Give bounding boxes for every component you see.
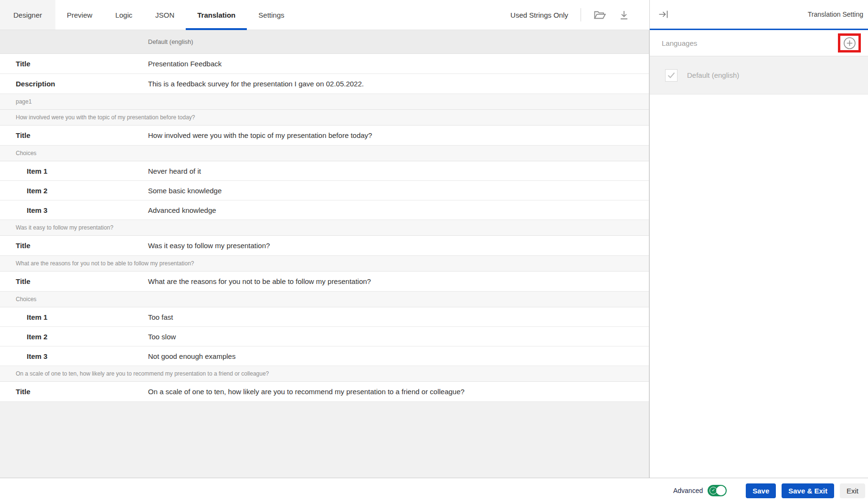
row-value[interactable]: Not good enough examples bbox=[148, 352, 649, 360]
row-label: Title bbox=[0, 241, 148, 250]
row-label: Title bbox=[0, 131, 148, 139]
languages-row: Languages bbox=[650, 30, 868, 56]
plus-circle-icon bbox=[843, 37, 856, 50]
panel-header: Translation Setting bbox=[650, 0, 868, 30]
table-row: Item 3 Advanced knowledge bbox=[0, 200, 649, 220]
tab-logic[interactable]: Logic bbox=[104, 0, 144, 30]
group-label: What are the reasons for you not to be a… bbox=[0, 260, 194, 267]
row-value[interactable]: On a scale of one to ten, how likely are… bbox=[148, 388, 649, 396]
group-label: Was it easy to follow my presentation? bbox=[0, 224, 113, 231]
row-label: Item 3 bbox=[0, 206, 148, 214]
tab-designer[interactable]: Designer bbox=[0, 0, 55, 30]
save-button[interactable]: Save bbox=[746, 483, 776, 498]
save-exit-button[interactable]: Save & Exit bbox=[782, 483, 834, 498]
open-folder-icon bbox=[593, 10, 606, 21]
default-language-label: Default (english) bbox=[687, 71, 739, 79]
row-label: Title bbox=[0, 388, 148, 396]
row-value[interactable]: Was it easy to follow my presentation? bbox=[148, 241, 649, 250]
table-row: Title On a scale of one to ten, how like… bbox=[0, 382, 649, 402]
row-label: Item 2 bbox=[0, 187, 148, 195]
group-label: Choices bbox=[0, 150, 36, 157]
default-language-checkbox[interactable] bbox=[665, 69, 677, 82]
table-group-row: On a scale of one to ten, how likely are… bbox=[0, 366, 649, 382]
group-label: Choices bbox=[0, 296, 36, 303]
table-group-row: Choices bbox=[0, 292, 649, 307]
collapse-panel-button[interactable] bbox=[658, 10, 669, 19]
translation-toolbar: Used Strings Only bbox=[510, 0, 649, 30]
table-row: Title Presentation Feedback bbox=[0, 54, 649, 74]
translation-settings-panel: Translation Setting Languages Default (e… bbox=[649, 0, 868, 478]
languages-label: Languages bbox=[662, 39, 697, 47]
language-column-header: Default (english) bbox=[0, 38, 193, 45]
advanced-toggle[interactable]: ✓ bbox=[708, 485, 727, 496]
tab-settings[interactable]: Settings bbox=[247, 0, 296, 30]
import-button[interactable] bbox=[593, 10, 606, 21]
add-language-button[interactable] bbox=[843, 37, 856, 50]
table-group-row: What are the reasons for you not to be a… bbox=[0, 256, 649, 272]
table-row: Item 2 Some basic knowledge bbox=[0, 181, 649, 200]
collapse-panel-icon bbox=[658, 10, 669, 19]
group-label: On a scale of one to ten, how likely are… bbox=[0, 370, 269, 377]
tab-preview[interactable]: Preview bbox=[55, 0, 104, 30]
table-group-row: Was it easy to follow my presentation? bbox=[0, 220, 649, 236]
table-row: Item 1 Never heard of it bbox=[0, 161, 649, 181]
table-group-row: How involved were you with the topic of … bbox=[0, 110, 649, 126]
row-label: Item 1 bbox=[0, 167, 148, 175]
survey-creator-app: Designer Preview Logic JSON Translation … bbox=[0, 0, 868, 503]
row-label: Title bbox=[0, 277, 148, 285]
tab-bar: Designer Preview Logic JSON Translation … bbox=[0, 0, 649, 30]
export-button[interactable] bbox=[619, 10, 629, 21]
row-label: Item 2 bbox=[0, 333, 148, 341]
table-row: Item 1 Too fast bbox=[0, 307, 649, 327]
toggle-knob bbox=[716, 486, 726, 495]
row-value[interactable]: Presentation Feedback bbox=[148, 60, 649, 68]
download-icon bbox=[619, 10, 629, 21]
checkmark-icon bbox=[667, 72, 675, 78]
footer-bar: Advanced ✓ Save Save & Exit Exit bbox=[0, 478, 868, 503]
group-label: page1 bbox=[0, 98, 32, 105]
row-value[interactable]: Advanced knowledge bbox=[148, 206, 649, 214]
table-row: Title Was it easy to follow my presentat… bbox=[0, 236, 649, 256]
row-value[interactable]: How involved were you with the topic of … bbox=[148, 131, 649, 139]
row-value[interactable]: Too fast bbox=[148, 313, 649, 321]
row-label: Item 3 bbox=[0, 352, 148, 360]
row-value[interactable]: What are the reasons for you not to be a… bbox=[148, 277, 649, 285]
tab-json[interactable]: JSON bbox=[144, 0, 186, 30]
table-row: Description This is a feedback survey fo… bbox=[0, 74, 649, 94]
tabs: Designer Preview Logic JSON Translation … bbox=[0, 0, 296, 30]
default-language-row: Default (english) bbox=[650, 56, 868, 94]
table-group-row: Choices bbox=[0, 146, 649, 161]
table-row: Item 2 Too slow bbox=[0, 327, 649, 346]
row-value[interactable]: Too slow bbox=[148, 333, 649, 341]
toolbar-divider bbox=[581, 8, 581, 21]
table-row: Item 3 Not good enough examples bbox=[0, 346, 649, 366]
table-header-row: Default (english) bbox=[0, 30, 649, 54]
exit-button[interactable]: Exit bbox=[840, 483, 865, 498]
panel-title: Translation Setting bbox=[808, 10, 863, 18]
group-label: How involved were you with the topic of … bbox=[0, 114, 195, 121]
translation-table: Default (english) Title Presentation Fee… bbox=[0, 30, 649, 478]
row-label: Title bbox=[0, 60, 148, 68]
used-strings-only-button[interactable]: Used Strings Only bbox=[510, 11, 568, 19]
table-row: Title What are the reasons for you not t… bbox=[0, 272, 649, 292]
add-language-annotation-box bbox=[838, 33, 861, 52]
table-row: Title How involved were you with the top… bbox=[0, 126, 649, 146]
advanced-label: Advanced bbox=[673, 487, 703, 494]
tab-translation[interactable]: Translation bbox=[186, 0, 247, 30]
row-label: Description bbox=[0, 80, 148, 88]
row-value[interactable]: This is a feedback survey for the presen… bbox=[148, 80, 649, 88]
table-group-row: page1 bbox=[0, 94, 649, 110]
row-value[interactable]: Some basic knowledge bbox=[148, 187, 649, 195]
row-value[interactable]: Never heard of it bbox=[148, 167, 649, 175]
row-label: Item 1 bbox=[0, 313, 148, 321]
